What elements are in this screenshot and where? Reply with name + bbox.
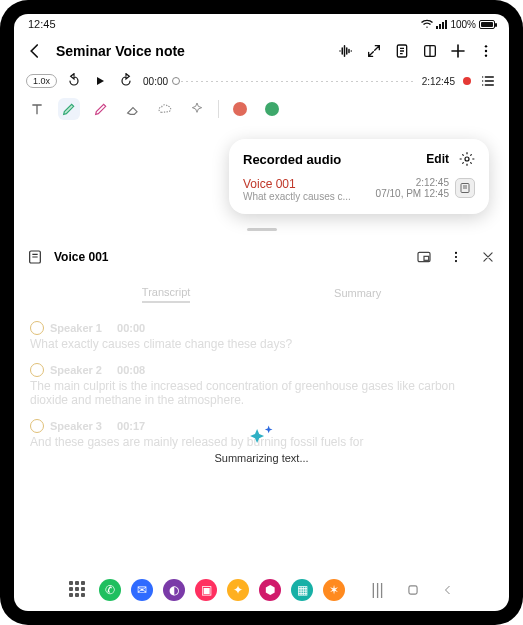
reader-button[interactable]	[389, 38, 415, 64]
audio-item-name: Voice 001	[243, 177, 351, 191]
pane-overflow[interactable]	[445, 246, 467, 268]
plus-icon	[449, 42, 467, 60]
tab-summary[interactable]: Summary	[334, 286, 381, 303]
speaker-icon	[30, 419, 44, 433]
list-button[interactable]	[479, 72, 497, 90]
app-flipboard[interactable]: ▣	[195, 579, 217, 601]
ai-tool[interactable]	[186, 98, 208, 120]
speaker-icon	[30, 363, 44, 377]
seek-thumb[interactable]	[172, 77, 180, 85]
pen-icon	[61, 101, 77, 117]
sparkle-icon	[189, 101, 205, 117]
play-icon	[94, 75, 106, 87]
panels-button[interactable]	[417, 38, 443, 64]
speaker-icon	[30, 321, 44, 335]
close-pane-button[interactable]	[477, 246, 499, 268]
kebab-icon	[478, 43, 494, 59]
add-button[interactable]	[445, 38, 471, 64]
edit-button[interactable]: Edit	[426, 152, 449, 166]
text-icon	[29, 101, 45, 117]
settings-button[interactable]	[459, 151, 475, 167]
apps-icon	[69, 581, 87, 599]
color-swatch-2[interactable]	[261, 98, 283, 120]
svg-point-2	[485, 45, 487, 47]
play-button[interactable]	[91, 72, 109, 90]
transcript-icon	[27, 249, 43, 265]
elapsed-time: 00:00	[143, 76, 168, 87]
status-time: 12:45	[28, 18, 56, 30]
waveform-icon	[337, 42, 355, 60]
nav-recents[interactable]: |||	[371, 581, 383, 599]
record-indicator[interactable]	[463, 77, 471, 85]
window-button[interactable]	[413, 246, 435, 268]
transcript-line: Speaker 1 00:00 What exactly causes clim…	[30, 321, 493, 351]
eraser-tool[interactable]	[122, 98, 144, 120]
app-dock: ✆ ✉ ◐ ▣ ✦ ⬢ ▦ ✶ |||	[14, 579, 509, 601]
app-files[interactable]: ▦	[291, 579, 313, 601]
rewind-icon	[66, 73, 82, 89]
pen-tool[interactable]	[58, 98, 80, 120]
svg-point-11	[455, 256, 457, 258]
forward-button[interactable]	[117, 72, 135, 90]
svg-point-3	[485, 50, 487, 52]
transcript-shortcut[interactable]	[455, 178, 475, 198]
app-notes[interactable]: ✦	[227, 579, 249, 601]
kebab-icon	[449, 250, 463, 264]
svg-point-4	[485, 54, 487, 56]
battery-label: 100%	[450, 19, 476, 30]
overflow-button[interactable]	[473, 38, 499, 64]
apps-button[interactable]	[69, 581, 87, 599]
overlay-label: Summarizing text...	[214, 452, 308, 464]
transcript-pane-header: Voice 001	[14, 242, 509, 276]
app-mail[interactable]: ✶	[323, 579, 345, 601]
app-messages[interactable]: ✉	[131, 579, 153, 601]
color-swatch-1[interactable]	[229, 98, 251, 120]
pane-title: Voice 001	[54, 250, 108, 264]
transcript-badge	[24, 246, 46, 268]
toolbar-divider	[218, 100, 219, 118]
seek-track[interactable]	[176, 79, 414, 83]
text-tool[interactable]	[26, 98, 48, 120]
nav-back[interactable]	[442, 584, 454, 596]
transcript-line: Speaker 3 00:17 And these gases are main…	[30, 419, 493, 449]
drawing-toolbar	[14, 98, 509, 126]
page-icon	[394, 43, 410, 59]
close-icon	[481, 250, 495, 264]
swatch-icon	[265, 102, 279, 116]
rewind-button[interactable]	[65, 72, 83, 90]
forward-icon	[118, 73, 134, 89]
speed-button[interactable]: 1.0x	[26, 74, 57, 88]
svg-rect-9	[424, 256, 429, 260]
app-phone[interactable]: ✆	[99, 579, 121, 601]
status-bar: 12:45 100%	[14, 14, 509, 32]
tab-transcript[interactable]: Transcript	[142, 286, 191, 303]
eraser-icon	[125, 101, 141, 117]
svg-point-10	[455, 252, 457, 254]
swatch-icon	[233, 102, 247, 116]
battery-icon	[479, 20, 495, 29]
nav-home[interactable]	[406, 583, 420, 597]
app-header: Seminar Voice note	[14, 32, 509, 70]
expand-icon	[366, 43, 382, 59]
recorded-audio-panel: Recorded audio Edit Voice 001 What exact…	[229, 139, 489, 214]
cloud-icon	[157, 101, 173, 117]
pip-icon	[416, 249, 432, 265]
transcript-body: Transcript Summary Speaker 1 00:00 What …	[14, 276, 509, 611]
audio-item[interactable]: Voice 001 What exactly causes c... 2:12:…	[243, 177, 475, 202]
app-browser[interactable]: ◐	[163, 579, 185, 601]
highlighter-icon	[93, 101, 109, 117]
split-handle[interactable]	[14, 216, 509, 242]
expand-button[interactable]	[361, 38, 387, 64]
svg-point-5	[465, 157, 469, 161]
back-button[interactable]	[22, 38, 48, 64]
chevron-left-icon	[26, 42, 44, 60]
waveform-button[interactable]	[333, 38, 359, 64]
highlighter-tool[interactable]	[90, 98, 112, 120]
app-store[interactable]: ⬢	[259, 579, 281, 601]
transcript-line: Speaker 2 00:08 The main culprit is the …	[30, 363, 493, 407]
svg-rect-13	[409, 586, 417, 594]
square-icon	[406, 583, 420, 597]
svg-point-12	[455, 260, 457, 262]
shape-tool[interactable]	[154, 98, 176, 120]
audio-item-date: 07/10, PM 12:45	[376, 188, 449, 199]
